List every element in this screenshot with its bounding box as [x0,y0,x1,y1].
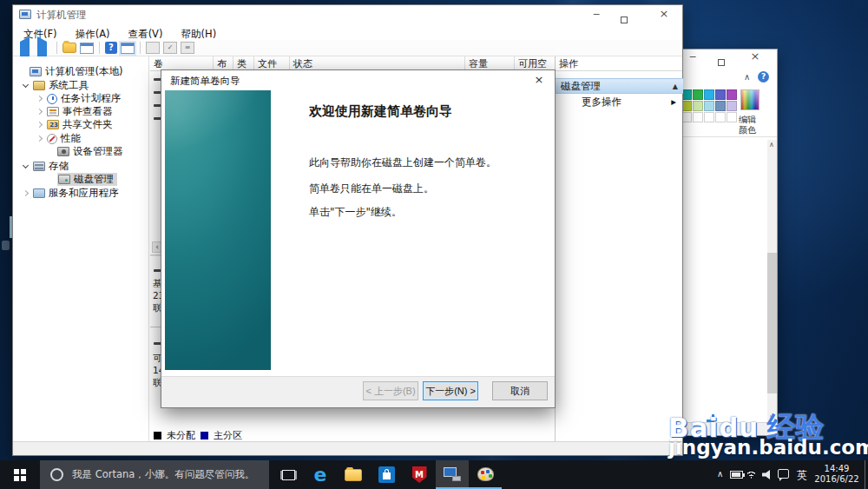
tree-item-computer-management[interactable]: 计算机管理(本地) [18,65,122,78]
legend-unallocated-swatch [154,432,161,439]
back-icon[interactable] [20,42,34,54]
scroll-up-icon[interactable]: ∧ [769,141,774,149]
actions-more-actions[interactable]: 更多操作 ▸ [556,95,683,109]
sidebar-edge-glyph [2,241,10,250]
wizard-title: 新建简单卷向导 [170,75,240,88]
tree-item-event-viewer[interactable]: 事件查看器 [36,105,113,118]
edit-colors-icon[interactable] [740,89,760,110]
back-button[interactable]: < 上一步(B) [363,381,418,400]
paint-close-button[interactable]: × [746,50,765,63]
forward-icon[interactable] [37,42,51,54]
expander-open-icon [23,162,29,168]
legend-primary-swatch [201,432,208,439]
battery-icon[interactable] [730,471,743,479]
cm-close-button[interactable]: × [652,8,676,21]
paint-canvas[interactable] [678,137,767,422]
help-icon[interactable]: ? [105,42,117,54]
expander-closed-icon [36,122,43,128]
wizard-titlebar[interactable]: 新建简单卷向导 × [161,70,555,90]
palette-color[interactable] [715,112,726,122]
partition-legend: 未分配 主分区 [154,429,242,441]
taskbar-store-button[interactable] [370,460,403,489]
next-button[interactable]: 下一步(N) > [423,381,478,400]
palette-color[interactable] [727,101,737,111]
task-view-button[interactable] [273,460,304,489]
palette-color[interactable] [727,89,737,100]
paint-window: ─ × ∧ ? 编辑 颜色 ∧ ∨ [677,49,778,436]
tree-item-performance[interactable]: 性能 [36,132,81,145]
tree-item-storage[interactable]: 存储 [22,160,69,173]
cm-minimize-button[interactable]: ─ [584,9,608,22]
palette-color[interactable] [693,112,703,122]
palette-color[interactable] [704,89,714,100]
wizard-body-line: 此向导帮助你在磁盘上创建一个简单卷。 [309,155,496,170]
wifi-icon[interactable] [745,468,758,479]
cortana-search-box[interactable]: 我是 Cortana，小娜。有问题尽管问我。 [40,460,269,489]
tree-item-disk-management[interactable]: 磁盘管理 [46,173,117,186]
clock[interactable]: 14:49 2016/6/22 [812,464,861,485]
properties-icon[interactable]: ≡ [181,42,194,54]
show-hide-pane-icon[interactable] [80,43,94,54]
console-tree-icon[interactable] [62,43,76,53]
speaker-icon[interactable] [762,470,773,479]
ime-indicator[interactable]: 英 [797,468,807,483]
search-placeholder: 我是 Cortana，小娜。有问题尽管问我。 [72,468,254,481]
palette-color[interactable] [715,101,726,111]
action-center-icon[interactable] [778,469,789,479]
taskbar-mcafee-button[interactable]: M [403,460,436,489]
cm-statusbar [13,441,682,455]
palette-color[interactable] [715,89,726,100]
legend-unallocated-label: 未分配 [167,429,195,441]
wizard-heading: 欢迎使用新建简单卷向导 [309,103,452,120]
store-icon [378,466,395,483]
check-disk-icon[interactable]: ✓ [163,42,177,54]
wizard-body-line: 单击"下一步"继续。 [309,205,402,220]
cm-toolbar: ? ✓ ≡ [13,40,682,56]
tree-item-device-manager[interactable]: 设备管理器 [46,145,123,158]
app-icon [19,10,31,19]
disk-tool-icon[interactable] [146,42,160,54]
new-simple-volume-wizard-dialog: 新建简单卷向导 × 欢迎使用新建简单卷向导 此向导帮助你在磁盘上创建一个简单卷。… [161,69,556,408]
task-view-icon [282,470,295,480]
actions-header: 操作 [556,56,682,71]
paint-help-button[interactable]: ? [758,71,769,83]
scroll-down-icon[interactable]: ∨ [769,413,774,421]
tree-item-system-tools[interactable]: 系统工具 [22,79,89,92]
expander-closed-icon [36,135,43,142]
palette-color[interactable] [727,112,737,122]
taskbar-edge-button[interactable]: e [304,460,337,489]
wizard-close-button[interactable]: × [529,74,549,87]
toolbar-separator [140,42,141,54]
palette-color[interactable] [704,112,714,122]
collapse-group-icon[interactable]: ▲ [673,79,678,94]
edit-colors-label: 颜色 [739,124,756,136]
legend-primary-label: 主分区 [214,429,242,441]
paint-vscrollbar[interactable]: ∧ ∨ [767,140,777,422]
action-pane-icon[interactable] [121,43,135,54]
ribbon-collapse-icon[interactable]: ∧ [744,72,750,82]
paint-minimize-button[interactable]: ─ [683,51,702,64]
desktop: ─ × ∧ ? 编辑 颜色 ∧ ∨ [0,0,868,489]
expander-closed-icon [36,109,43,115]
tray-expand-icon[interactable]: ∧ [717,469,723,479]
tree-item-shared-folders[interactable]: 共享文件夹 [36,118,113,131]
expander-open-icon [23,81,29,87]
start-button[interactable] [0,460,40,489]
actions-panel: 操作 磁盘管理 ▲ 更多操作 ▸ [555,56,682,441]
cancel-button[interactable]: 取消 [492,381,548,400]
palette-color[interactable] [693,101,703,111]
palette-color[interactable] [693,89,703,100]
taskbar-paint-button[interactable] [469,460,502,489]
paint-maximize-button[interactable] [718,53,725,69]
watermark-url: jingyan.baidu.com [668,436,868,459]
tree-item-services-applications[interactable]: 服务和应用程序 [22,187,119,200]
taskbar-explorer-button[interactable] [337,460,370,489]
scrollbar-thumb[interactable] [767,253,777,393]
palette-color[interactable] [704,101,714,111]
cm-titlebar[interactable]: 计算机管理 ─ × [13,5,682,24]
tree-item-task-scheduler[interactable]: 任务计划程序 [36,92,121,105]
wizard-side-banner [165,90,271,370]
taskbar-computer-management-button[interactable] [436,460,469,489]
actions-group-disk-management[interactable]: 磁盘管理 ▲ [556,78,683,94]
show-desktop-button[interactable] [865,460,865,489]
